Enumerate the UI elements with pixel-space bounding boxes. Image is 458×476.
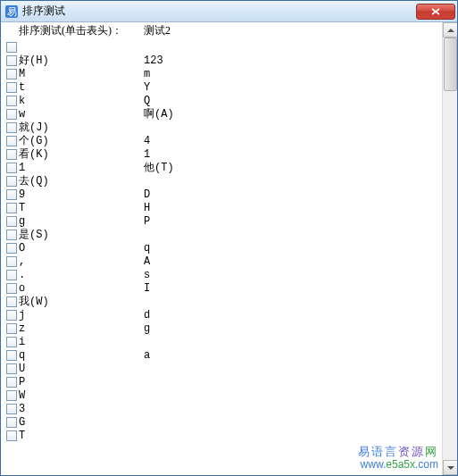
close-button[interactable] <box>416 4 455 20</box>
table-row[interactable]: zg <box>1 322 442 335</box>
row-checkbox[interactable] <box>6 310 17 321</box>
row-checkbox[interactable] <box>6 55 17 66</box>
row-checkbox[interactable] <box>6 296 17 307</box>
cell-col2: a <box>144 349 442 362</box>
table-row[interactable]: 就(J) <box>1 121 442 134</box>
table-row[interactable]: 好(H)123 <box>1 54 442 67</box>
row-checkbox[interactable] <box>6 417 17 428</box>
table-row[interactable]: gP <box>1 214 442 228</box>
table-row[interactable]: w啊(A) <box>1 107 442 121</box>
cell-col2: 他(T) <box>144 160 442 175</box>
table-row[interactable]: 去(Q) <box>1 174 442 188</box>
cell-col2: 4 <box>144 135 442 147</box>
row-checkbox[interactable] <box>6 122 17 133</box>
cell-col1: z <box>19 322 144 335</box>
table-row[interactable]: ,A <box>1 255 442 268</box>
row-checkbox[interactable] <box>6 270 17 280</box>
table-row[interactable]: Oq <box>1 241 442 255</box>
cell-col1: U <box>19 363 144 375</box>
row-checkbox[interactable] <box>6 390 17 401</box>
table-row[interactable]: kQ <box>1 94 442 107</box>
table-row[interactable]: oI <box>1 281 442 295</box>
cell-col1: 好(H) <box>19 53 144 68</box>
row-checkbox[interactable] <box>6 283 17 294</box>
row-checkbox[interactable] <box>6 230 17 240</box>
row-checkbox[interactable] <box>6 189 17 200</box>
column-header-2[interactable]: 测试2 <box>144 23 442 38</box>
row-checkbox[interactable] <box>6 69 17 79</box>
titlebar[interactable]: 易 排序测试 <box>1 1 457 22</box>
row-checkbox[interactable] <box>6 404 17 414</box>
table-row[interactable]: Mm <box>1 67 442 80</box>
cell-col1: k <box>19 95 144 107</box>
row-checkbox[interactable] <box>6 136 17 146</box>
table-row[interactable]: W <box>1 388 442 402</box>
cell-col1: P <box>19 376 144 388</box>
cell-col1: 1 <box>19 162 144 174</box>
vertical-scrollbar[interactable] <box>442 22 457 475</box>
row-checkbox[interactable] <box>6 176 17 187</box>
table-row[interactable]: 1他(T) <box>1 161 442 174</box>
row-checkbox[interactable] <box>6 243 17 254</box>
table-row[interactable]: 我(W) <box>1 295 442 308</box>
cell-col2: A <box>144 255 442 268</box>
row-checkbox[interactable] <box>6 203 17 213</box>
cell-col2: Y <box>144 81 442 94</box>
cell-col1: , <box>19 255 144 268</box>
cell-col1: W <box>19 389 144 402</box>
row-checkbox[interactable] <box>6 256 17 267</box>
table-row[interactable]: T <box>1 429 442 442</box>
list-view[interactable]: 排序测试(单击表头)： 测试2 好(H)123MmtYkQw啊(A)就(J)个(… <box>1 22 442 475</box>
scroll-down-button[interactable] <box>443 460 457 475</box>
cell-col2: I <box>144 282 442 295</box>
row-checkbox[interactable] <box>6 42 17 53</box>
table-row[interactable]: P <box>1 375 442 388</box>
row-checkbox[interactable] <box>6 163 17 173</box>
window-title: 排序测试 <box>22 4 416 19</box>
column-header-1[interactable]: 排序测试(单击表头)： <box>19 23 144 38</box>
row-checkbox[interactable] <box>6 323 17 334</box>
table-row[interactable]: .s <box>1 268 442 281</box>
row-checkbox[interactable] <box>6 377 17 388</box>
row-checkbox[interactable] <box>6 363 17 374</box>
cell-col1: M <box>19 68 144 80</box>
table-row[interactable]: TH <box>1 201 442 214</box>
client-area: 排序测试(单击表头)： 测试2 好(H)123MmtYkQw啊(A)就(J)个(… <box>1 22 457 475</box>
scroll-up-button[interactable] <box>443 22 457 38</box>
cell-col2: q <box>144 242 442 255</box>
cell-col1: . <box>19 269 144 281</box>
table-row[interactable]: G <box>1 415 442 429</box>
row-checkbox[interactable] <box>6 216 17 227</box>
table-row[interactable]: tY <box>1 80 442 94</box>
table-row[interactable]: i <box>1 335 442 348</box>
cell-col1: o <box>19 282 144 295</box>
table-row[interactable]: qa <box>1 348 442 362</box>
table-row[interactable]: U <box>1 362 442 375</box>
cell-col1: q <box>19 349 144 362</box>
cell-col1: 3 <box>19 403 144 415</box>
row-checkbox[interactable] <box>6 96 17 106</box>
table-row[interactable]: 看(K)1 <box>1 147 442 161</box>
table-row[interactable]: 是(S) <box>1 228 442 241</box>
cell-col1: O <box>19 242 144 255</box>
table-row[interactable]: 9D <box>1 188 442 201</box>
cell-col2: H <box>144 202 442 214</box>
cell-col1: 看(K) <box>19 146 144 162</box>
column-headers[interactable]: 排序测试(单击表头)： 测试2 <box>1 22 442 40</box>
cell-col2: P <box>144 215 442 228</box>
table-row[interactable]: 个(G)4 <box>1 134 442 147</box>
cell-col1: T <box>19 202 144 214</box>
cell-col2: s <box>144 269 442 281</box>
row-checkbox[interactable] <box>6 337 17 347</box>
row-checkbox[interactable] <box>6 82 17 93</box>
table-row[interactable]: jd <box>1 308 442 322</box>
row-checkbox[interactable] <box>6 109 17 120</box>
cell-col2: 123 <box>144 54 442 67</box>
table-row[interactable] <box>1 40 442 54</box>
cell-col1: t <box>19 81 144 94</box>
row-checkbox[interactable] <box>6 149 17 160</box>
row-checkbox[interactable] <box>6 350 17 361</box>
table-row[interactable]: 3 <box>1 402 442 415</box>
row-checkbox[interactable] <box>6 430 17 441</box>
scroll-thumb[interactable] <box>444 38 457 91</box>
